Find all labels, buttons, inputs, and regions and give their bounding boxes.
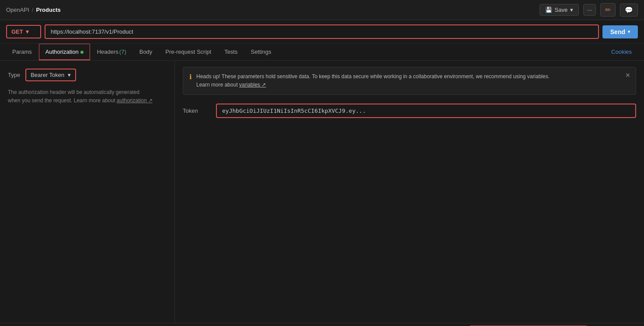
url-input[interactable] xyxy=(45,24,599,39)
save-button[interactable]: 💾 Save ▾ xyxy=(540,4,579,16)
breadcrumb-current: Products xyxy=(36,7,60,13)
more-button[interactable]: ··· xyxy=(583,4,596,16)
auth-description: The authorization header will be automat… xyxy=(8,88,167,105)
main-content: Type Bearer Token ▾ The authorization he… xyxy=(0,61,644,323)
tab-pre-request[interactable]: Pre-request Script xyxy=(159,44,217,60)
token-label: Token xyxy=(183,108,209,114)
resp-tab-test-results[interactable]: Test Results xyxy=(108,323,151,326)
banner-text: Heads up! These parameters hold sensitiv… xyxy=(196,73,550,89)
token-row: Token xyxy=(183,104,636,118)
type-chevron-icon: ▾ xyxy=(68,72,71,78)
token-input[interactable] xyxy=(216,104,636,118)
breadcrumb: OpenAPI / Products xyxy=(6,7,61,13)
tab-params[interactable]: Params xyxy=(6,44,38,60)
response-tabs: Body Cookies Headers(5) Test Results 🌐 S… xyxy=(0,323,644,326)
info-banner: ℹ Heads up! These parameters hold sensit… xyxy=(183,67,636,95)
info-icon: ℹ xyxy=(189,73,192,81)
tab-headers[interactable]: Headers(7) xyxy=(91,44,132,60)
auth-panel: ℹ Heads up! These parameters hold sensit… xyxy=(175,61,644,323)
edit-button[interactable]: ✏ xyxy=(600,3,616,17)
method-label: GET xyxy=(11,28,23,35)
type-row: Type Bearer Token ▾ xyxy=(8,69,167,81)
tab-body[interactable]: Body xyxy=(133,44,159,60)
request-bar: GET ▾ Send ▾ xyxy=(0,20,644,44)
breadcrumb-sep: / xyxy=(32,7,34,13)
send-label: Send xyxy=(610,28,625,35)
tab-settings[interactable]: Settings xyxy=(244,44,277,60)
send-chevron-icon: ▾ xyxy=(628,29,630,34)
type-value: Bearer Token xyxy=(31,72,64,78)
method-chevron-icon: ▾ xyxy=(26,28,29,35)
response-section: Body Cookies Headers(5) Test Results 🌐 S… xyxy=(0,323,644,326)
resp-tab-headers[interactable]: Headers(5) xyxy=(66,323,107,326)
save-icon: 💾 xyxy=(545,7,552,13)
auth-link[interactable]: authorization ↗ xyxy=(117,97,153,104)
tab-authorization[interactable]: Authorization xyxy=(39,44,90,60)
tab-tests[interactable]: Tests xyxy=(218,44,244,60)
type-select[interactable]: Bearer Token ▾ xyxy=(25,69,76,81)
top-bar: OpenAPI / Products 💾 Save ▾ ··· ✏ 💬 xyxy=(0,0,644,20)
resp-tab-body[interactable]: Body xyxy=(6,323,31,326)
variables-link[interactable]: variables ↗ xyxy=(239,82,266,88)
save-label: Save xyxy=(555,7,568,13)
request-tabs: Params Authorization Headers(7) Body Pre… xyxy=(0,44,644,61)
top-bar-actions: 💾 Save ▾ ··· ✏ 💬 xyxy=(540,3,638,17)
type-label: Type xyxy=(8,72,20,78)
breadcrumb-parent[interactable]: OpenAPI xyxy=(6,7,29,13)
banner-close-button[interactable]: ✕ xyxy=(625,72,630,79)
method-select[interactable]: GET ▾ xyxy=(6,25,41,38)
resp-tab-cookies[interactable]: Cookies xyxy=(32,323,65,326)
auth-sidebar: Type Bearer Token ▾ The authorization he… xyxy=(0,61,175,323)
tab-cookies[interactable]: Cookies xyxy=(605,44,638,60)
chat-button[interactable]: 💬 xyxy=(620,3,638,17)
save-chevron-icon: ▾ xyxy=(570,7,573,13)
send-button[interactable]: Send ▾ xyxy=(602,25,638,38)
